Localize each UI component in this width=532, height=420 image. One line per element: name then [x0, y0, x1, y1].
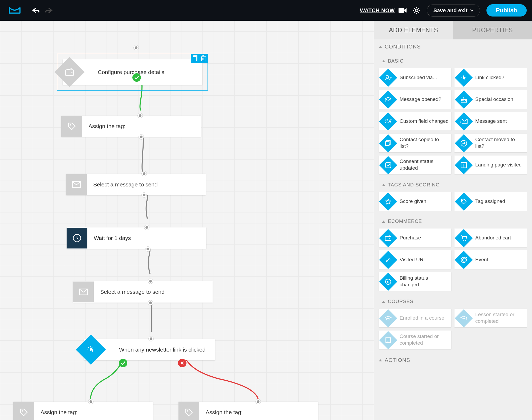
element-enrolled-course[interactable]: Enrolled in a course	[379, 309, 451, 327]
tag-icon	[67, 122, 76, 131]
mail-icon	[79, 288, 88, 295]
svg-line-8	[414, 12, 415, 13]
svg-point-55	[465, 240, 466, 241]
course-icon	[385, 337, 391, 343]
connector-port[interactable]	[88, 399, 93, 404]
node-assign-tag-3[interactable]: Assign the tag:	[178, 402, 318, 420]
tab-add-elements[interactable]: ADD ELEMENTS	[374, 21, 453, 39]
svg-point-27	[22, 410, 23, 412]
save-and-exit-button[interactable]: Save and exit	[427, 5, 480, 17]
node-assign-tag-2[interactable]: Assign the tag:	[13, 402, 153, 420]
connector-port[interactable]	[142, 171, 147, 176]
node-label: Select a message to send	[87, 181, 175, 188]
chevron-down-icon	[470, 9, 473, 11]
element-landing-page[interactable]: Landing page visited	[454, 156, 527, 174]
move-icon	[460, 140, 467, 147]
connector-port[interactable]	[148, 300, 153, 305]
node-wait[interactable]: Wait for 1 days	[67, 227, 206, 249]
app-logo[interactable]	[5, 6, 24, 15]
tag-icon	[184, 408, 193, 417]
wallet-icon	[385, 235, 392, 241]
svg-point-1	[415, 9, 418, 12]
element-billing-status[interactable]: $Billing status changed	[379, 272, 451, 291]
section-actions[interactable]: ACTIONS	[374, 353, 532, 368]
billing-icon: $	[385, 278, 392, 285]
click-icon	[461, 75, 467, 81]
section-tags-scoring[interactable]: TAGS AND SCORING	[374, 178, 532, 192]
element-special-occasion[interactable]: Special occasion	[454, 90, 527, 109]
node-label: Assign the tag:	[34, 409, 122, 415]
svg-line-26	[92, 347, 92, 348]
element-custom-field[interactable]: Custom field changed	[379, 112, 451, 131]
connector-port[interactable]	[145, 247, 150, 251]
mail-sent-icon	[460, 119, 468, 124]
workflow-canvas[interactable]: Configure purchase details Assign the ta…	[0, 21, 374, 420]
node-select-message-1[interactable]: Select a message to send	[66, 174, 206, 195]
mail-icon	[72, 181, 81, 188]
element-visited-url[interactable]: Visited URL	[379, 250, 451, 269]
connector-port[interactable]	[144, 225, 149, 230]
user-icon	[385, 75, 392, 81]
section-ecommerce[interactable]: ECOMMERCE	[374, 214, 532, 229]
element-lesson-started[interactable]: Lesson started or completed	[454, 309, 527, 327]
svg-line-24	[88, 347, 89, 348]
section-conditions[interactable]: CONDITIONS	[374, 39, 532, 54]
consent-icon	[385, 162, 391, 168]
watch-now-label: WATCH NOW	[360, 7, 395, 14]
element-consent-status[interactable]: Consent status updated	[379, 156, 451, 174]
section-courses[interactable]: COURSES	[374, 295, 532, 309]
publish-button[interactable]: Publish	[486, 4, 527, 17]
node-select-message-2[interactable]: Select a message to send	[73, 281, 213, 303]
node-link-clicked[interactable]: When any newsletter link is clicked	[84, 339, 215, 360]
element-contact-moved[interactable]: Contact moved to list?	[454, 134, 527, 152]
node-configure-purchase[interactable]: Configure purchase details	[63, 59, 202, 85]
svg-point-54	[463, 240, 464, 241]
element-message-sent[interactable]: Message sent	[454, 112, 527, 131]
element-message-opened[interactable]: Message opened?	[379, 90, 451, 109]
svg-rect-11	[193, 56, 196, 61]
target-icon	[460, 256, 467, 263]
copy-icon	[385, 140, 391, 146]
svg-point-19	[70, 124, 71, 126]
connector-port[interactable]	[134, 45, 139, 50]
video-icon	[399, 7, 407, 13]
svg-text:$: $	[387, 280, 389, 284]
node-assign-tag-1[interactable]: Assign the tag:	[61, 116, 201, 137]
watch-now-link[interactable]: WATCH NOW	[360, 7, 407, 14]
svg-rect-0	[399, 8, 404, 13]
svg-line-6	[414, 8, 415, 9]
node-label: When any newsletter link is clicked	[113, 346, 212, 353]
undo-button[interactable]	[32, 7, 40, 14]
user-edit-icon	[384, 119, 392, 124]
copy-icon[interactable]	[193, 55, 198, 61]
connector-port[interactable]	[256, 399, 261, 404]
element-contact-copied[interactable]: Contact copied to list?	[379, 134, 451, 152]
connector-port[interactable]	[148, 279, 153, 284]
connector-port[interactable]	[142, 193, 147, 197]
element-purchase[interactable]: Purchase	[379, 229, 451, 247]
tab-properties[interactable]: PROPERTIES	[453, 21, 532, 39]
check-badge	[119, 359, 127, 367]
svg-point-38	[463, 97, 464, 98]
click-icon	[87, 345, 95, 354]
connector-port[interactable]	[149, 336, 153, 341]
settings-icon[interactable]	[413, 7, 420, 14]
element-abandoned-cart[interactable]: Abandoned cart	[454, 229, 527, 247]
star-icon	[385, 198, 391, 205]
element-subscribed-via[interactable]: Subscribed via...	[379, 68, 451, 87]
graduate-icon	[385, 315, 392, 321]
svg-point-28	[187, 410, 188, 412]
svg-point-51	[462, 200, 463, 201]
section-basic[interactable]: BASIC	[374, 54, 532, 68]
top-bar: WATCH NOW Save and exit Publish	[0, 0, 532, 21]
element-course-started[interactable]: Course started or completed	[379, 331, 451, 349]
connector-port[interactable]	[139, 134, 144, 139]
element-score-given[interactable]: Score given	[379, 192, 451, 211]
mail-open-icon	[385, 97, 392, 103]
element-tag-assigned[interactable]: Tag assigned	[454, 192, 527, 211]
element-event[interactable]: Event	[454, 250, 527, 269]
delete-icon[interactable]	[201, 55, 206, 61]
connector-port[interactable]	[138, 113, 143, 118]
page-icon	[461, 162, 467, 168]
element-link-clicked[interactable]: Link clicked?	[454, 68, 527, 87]
